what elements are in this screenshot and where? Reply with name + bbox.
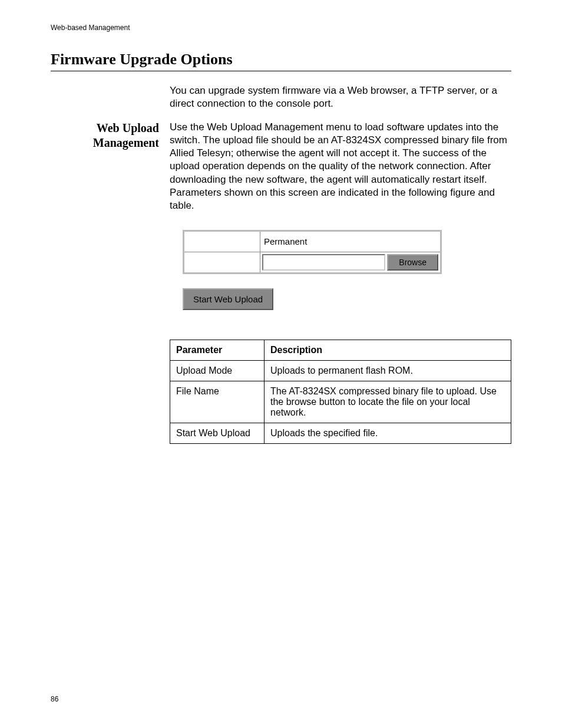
param-cell: Start Web Upload	[170, 423, 265, 443]
side-heading-spacer	[51, 84, 159, 110]
subsection-heading-line1: Web Upload	[97, 121, 159, 134]
chapter-header: Web-based Management	[51, 24, 511, 32]
desc-cell: The AT-8324SX compressed binary file to …	[265, 381, 511, 423]
desc-cell: Uploads to permanent flash ROM.	[265, 360, 511, 381]
table-header-description: Description	[265, 340, 511, 360]
subsection-heading-line2: Management	[93, 136, 159, 149]
upload-mode-value: Permanent	[260, 230, 441, 252]
table-row: Upload Mode Uploads to permanent flash R…	[170, 360, 511, 381]
subsection-heading: Web Upload Management	[51, 121, 159, 212]
subsection-body: Use the Web Upload Management menu to lo…	[170, 121, 511, 212]
param-cell: Upload Mode	[170, 360, 265, 381]
file-name-label-cell	[184, 252, 260, 273]
intro-paragraph: You can upgrade system firmware via a We…	[170, 84, 511, 110]
table-row: Start Web Upload Uploads the specified f…	[170, 423, 511, 443]
parameter-table: Parameter Description Upload Mode Upload…	[170, 340, 511, 444]
web-upload-panel: Permanent Browse	[183, 230, 442, 274]
upload-mode-label-cell	[184, 230, 260, 252]
param-cell: File Name	[170, 381, 265, 423]
start-web-upload-button[interactable]: Start Web Upload	[183, 288, 273, 310]
section-title: Firmware Upgrade Options	[51, 51, 511, 71]
file-name-input[interactable]	[262, 254, 385, 271]
desc-cell: Uploads the specified file.	[265, 423, 511, 443]
page-number: 86	[51, 695, 58, 703]
table-header-parameter: Parameter	[170, 340, 265, 360]
browse-button[interactable]: Browse	[387, 254, 438, 271]
table-row: File Name The AT-8324SX compressed binar…	[170, 381, 511, 423]
